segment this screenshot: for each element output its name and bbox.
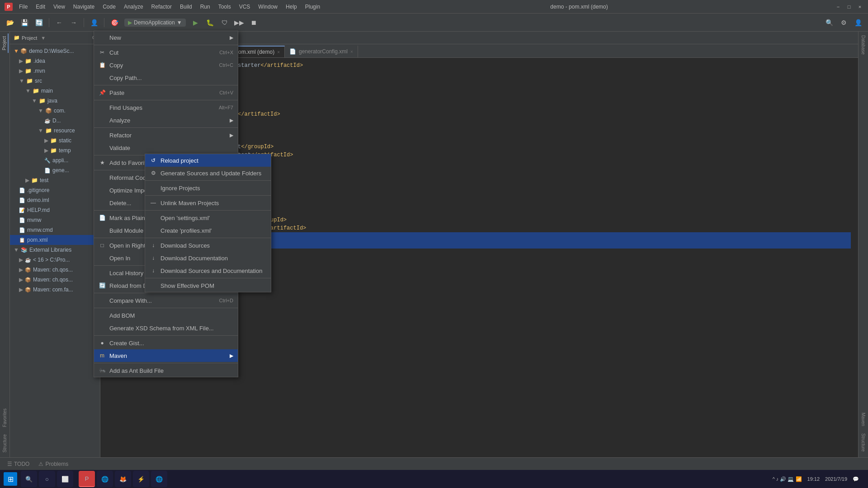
close-button[interactable]: × xyxy=(856,3,863,10)
tree-item-lib1[interactable]: ▶ 📦 Maven: ch.qos... xyxy=(10,265,100,275)
minimize-button[interactable]: − xyxy=(835,3,842,10)
run-config-dropdown-icon[interactable]: ▼ xyxy=(177,19,182,26)
taskbar-taskview[interactable]: ⬜ xyxy=(57,471,73,487)
menu-navigate[interactable]: Navigate xyxy=(70,3,98,11)
menu-create-gist[interactable]: ● Create Gist... xyxy=(94,337,238,349)
tree-item-static[interactable]: ▶ 📁 static xyxy=(10,136,100,145)
coverage-button[interactable]: 🛡 xyxy=(218,16,231,29)
submenu-reload[interactable]: ↺ Reload project xyxy=(145,154,271,167)
problems-tab[interactable]: ⚠ Problems xyxy=(35,460,72,468)
menu-gen-xsd[interactable]: Generate XSD Schema from XML File... xyxy=(94,322,238,334)
intellij-taskbar-icon[interactable]: P xyxy=(79,471,95,487)
tree-item-idea[interactable]: ▶ 📁 .idea xyxy=(10,56,100,66)
tree-item-generatorconfig[interactable]: 📄 gene... xyxy=(10,165,100,175)
menu-view[interactable]: View xyxy=(50,3,69,11)
taskbar-search[interactable]: 🔍 xyxy=(21,471,37,487)
structure-right-tab[interactable]: Structure xyxy=(860,430,867,455)
notification-icon[interactable]: 💬 xyxy=(853,476,859,482)
profile-button[interactable]: 👤 xyxy=(88,16,100,29)
menu-plugin[interactable]: Plugin xyxy=(302,3,324,11)
submenu-open-settings[interactable]: Open 'settings.xml' xyxy=(145,211,271,224)
run-button[interactable]: ▶ xyxy=(189,16,202,29)
tree-item-gitignore[interactable]: 📄 .gitignore xyxy=(10,185,100,195)
menu-analyze[interactable]: Analyze ▶ xyxy=(94,114,238,127)
start-button[interactable]: ⊞ xyxy=(4,472,17,486)
search-button[interactable]: 🔍 xyxy=(823,16,835,29)
submenu-download-sources[interactable]: ↓ Download Sources xyxy=(145,239,271,252)
submenu-download-both[interactable]: ↓ Download Sources and Documentation xyxy=(145,264,271,277)
project-dropdown-icon[interactable]: ▼ xyxy=(41,35,46,41)
menu-analyze[interactable]: Analyze xyxy=(120,3,147,11)
save-button[interactable]: 💾 xyxy=(18,16,31,29)
forward-button[interactable]: → xyxy=(67,16,80,29)
menu-window[interactable]: Window xyxy=(255,3,281,11)
run-config-selector[interactable]: ▶ DemoApplication ▼ xyxy=(124,19,186,27)
submenu-gen-sources[interactable]: ⚙ Generate Sources and Update Folders xyxy=(145,167,271,179)
vscode-taskbar[interactable]: ⚡ xyxy=(133,471,149,487)
back-button[interactable]: ← xyxy=(53,16,66,29)
tree-item-java[interactable]: ▼ 📁 java xyxy=(10,96,100,106)
menu-cut[interactable]: ✂ Cut Ctrl+X xyxy=(94,46,238,59)
maven-tab[interactable]: Maven xyxy=(860,409,867,430)
menu-add-bom[interactable]: Add BOM xyxy=(94,309,238,322)
tree-item-demoapp[interactable]: ☕ D... xyxy=(10,116,100,126)
database-tab[interactable]: Database xyxy=(860,32,867,58)
app5-taskbar[interactable]: 🌐 xyxy=(151,471,167,487)
taskbar-cortana[interactable]: ○ xyxy=(39,471,55,487)
submenu-download-docs[interactable]: ↓ Download Documentation xyxy=(145,252,271,264)
more-run-button[interactable]: ▶▶ xyxy=(233,16,245,29)
window-controls[interactable]: − □ × xyxy=(835,3,863,10)
chrome-taskbar[interactable]: 🌐 xyxy=(97,471,113,487)
tree-item-test[interactable]: ▶ 📁 test xyxy=(10,175,100,185)
tree-item-mvnwcmd[interactable]: 📄 mvnw.cmd xyxy=(10,225,100,235)
tree-item-demo[interactable]: ▼ 📦 demo D:\WiseSc... xyxy=(10,46,100,56)
tree-item-help[interactable]: 📝 HELP.md xyxy=(10,205,100,215)
favorites-tab[interactable]: Favorites xyxy=(1,406,8,430)
tree-item-extlibs[interactable]: ▼ 📚 External Libraries xyxy=(10,245,100,255)
tree-item-appprops[interactable]: 🔧 appli... xyxy=(10,155,100,165)
project-tab[interactable]: Project xyxy=(1,33,9,53)
menu-maven[interactable]: m Maven ▶ xyxy=(94,349,238,362)
tab-generatorconfig[interactable]: 📄 generatorConfig.xml × xyxy=(285,46,358,57)
menu-help[interactable]: Help xyxy=(282,3,301,11)
menu-code[interactable]: Code xyxy=(99,3,119,11)
menu-bar[interactable]: File Edit View Navigate Code Analyze Ref… xyxy=(15,3,324,11)
tree-item-demoiml[interactable]: 📄 demo.iml xyxy=(10,195,100,205)
menu-file[interactable]: File xyxy=(15,3,31,11)
target-button[interactable]: 🎯 xyxy=(108,16,121,29)
todo-tab[interactable]: ☰ TODO xyxy=(4,460,33,468)
tree-item-resources[interactable]: ▼ 📁 resource xyxy=(10,126,100,136)
tree-item-mvnw[interactable]: 📄 mvnw xyxy=(10,215,100,225)
menu-edit[interactable]: Edit xyxy=(32,3,49,11)
menu-copy[interactable]: 📋 Copy Ctrl+C xyxy=(94,59,238,71)
tree-item-mvn[interactable]: ▶ 📁 .mvn xyxy=(10,66,100,76)
tree-item-pomxml[interactable]: 📋 pom.xml xyxy=(10,235,100,245)
menu-vcs[interactable]: VCS xyxy=(236,3,254,11)
pomxml-tab-close[interactable]: × xyxy=(277,50,280,55)
submenu-create-profiles[interactable]: Create 'profiles.xml' xyxy=(145,224,271,237)
structure-left-tab[interactable]: Structure xyxy=(1,432,8,455)
menu-refactor[interactable]: Refactor ▶ xyxy=(94,129,238,141)
tree-item-main[interactable]: ▼ 📁 main xyxy=(10,86,100,96)
menu-tools[interactable]: Tools xyxy=(215,3,235,11)
maximize-button[interactable]: □ xyxy=(845,3,853,10)
stop-button[interactable]: ⏹ xyxy=(247,16,260,29)
menu-validate[interactable]: Validate xyxy=(94,141,238,154)
tree-item-lib2[interactable]: ▶ 📦 Maven: ch.qos... xyxy=(10,275,100,285)
menu-run[interactable]: Run xyxy=(197,3,214,11)
submenu-unlink[interactable]: — Unlink Maven Projects xyxy=(145,197,271,209)
settings-button[interactable]: ⚙ xyxy=(837,16,850,29)
sync-button[interactable]: 🔄 xyxy=(33,16,45,29)
menu-find-usages[interactable]: Find Usages Alt+F7 xyxy=(94,101,238,114)
menu-add-ant[interactable]: 🐜 Add as Ant Build File xyxy=(94,364,238,377)
debug-button[interactable]: 🐛 xyxy=(204,16,217,29)
menu-refactor[interactable]: Refactor xyxy=(148,3,175,11)
menu-copy-path[interactable]: Copy Path... xyxy=(94,71,238,84)
open-file-button[interactable]: 📂 xyxy=(4,16,16,29)
tree-item-src[interactable]: ▼ 📁 src xyxy=(10,76,100,86)
menu-paste[interactable]: 📌 Paste Ctrl+V xyxy=(94,86,238,99)
submenu-show-pom[interactable]: Show Effective POM xyxy=(145,279,271,292)
tree-item-com[interactable]: ▼ 📦 com. xyxy=(10,106,100,116)
user-button[interactable]: 👤 xyxy=(852,16,864,29)
submenu-ignore[interactable]: Ignore Projects xyxy=(145,182,271,194)
